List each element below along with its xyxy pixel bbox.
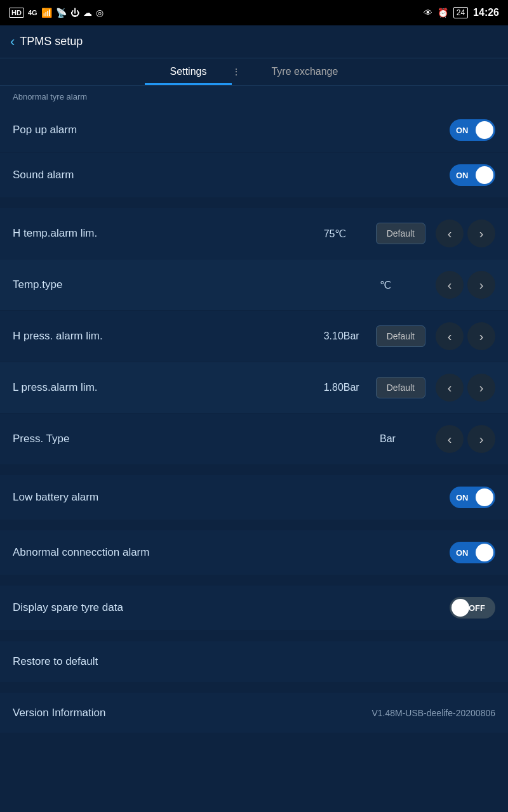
l-press-default-button[interactable]: Default: [376, 377, 425, 398]
eye-icon: 👁: [424, 8, 432, 18]
setting-row-spare-tyre: Display spare tyre data OFF: [0, 586, 508, 631]
sound-alarm-knob: [476, 166, 493, 184]
sound-alarm-toggle-container: ON: [450, 164, 495, 186]
sound-alarm-toggle-label: ON: [456, 171, 469, 180]
alarm-icon: ⏰: [438, 8, 448, 18]
tab-separator: ⋮: [232, 58, 246, 85]
setting-row-l-press: L press.alarm lim. 1.80Bar Default ‹ ›: [0, 362, 508, 414]
press-type-prev-button[interactable]: ‹: [436, 425, 464, 453]
separator-1: [0, 198, 508, 208]
separator-4: [0, 575, 508, 586]
page-title: TPMS setup: [20, 35, 83, 48]
status-bar: HD 4G 📶 📡 ⏻ ☁ ◎ 👁 ⏰ 24 14:26: [0, 0, 508, 25]
restore-label: Restore to default: [13, 655, 495, 668]
press-type-value: Bar: [380, 433, 424, 445]
low-battery-knob: [476, 488, 493, 506]
section-label-abnormal: Abnormal tyre alarm: [0, 86, 508, 108]
setting-row-version: Version Information V1.48M-USB-deelife-2…: [0, 693, 508, 733]
press-type-next-button[interactable]: ›: [467, 425, 495, 453]
h-temp-next-button[interactable]: ›: [467, 219, 495, 247]
l-press-prev-button[interactable]: ‹: [436, 374, 464, 402]
power-icon: ⏻: [70, 8, 79, 18]
top-bar: ‹ TPMS setup: [0, 25, 508, 58]
battery-indicator: 24: [453, 7, 468, 18]
sound-alarm-label: Sound alarm: [13, 169, 450, 181]
abnormal-connection-toggle-container: ON: [450, 542, 495, 563]
status-right: 👁 ⏰ 24 14:26: [424, 7, 499, 18]
spare-tyre-toggle[interactable]: OFF: [450, 597, 495, 619]
version-value: V1.48M-USB-deelife-20200806: [371, 708, 495, 718]
h-temp-default-button[interactable]: Default: [376, 223, 425, 244]
h-press-label: H press. alarm lim.: [13, 330, 324, 343]
back-button[interactable]: ‹: [10, 34, 15, 50]
l-press-next-button[interactable]: ›: [467, 374, 495, 402]
setting-row-h-temp: H temp.alarm lim. 75℃ Default ‹ ›: [0, 208, 508, 259]
h-temp-label: H temp.alarm lim.: [13, 227, 324, 240]
low-battery-toggle[interactable]: ON: [450, 487, 495, 508]
abnormal-connection-knob: [476, 544, 493, 561]
setting-row-restore[interactable]: Restore to default: [0, 641, 508, 683]
sound-alarm-toggle[interactable]: ON: [450, 164, 495, 186]
temp-type-label: Temp.type: [13, 278, 380, 291]
version-label: Version Information: [13, 707, 371, 719]
setting-row-sound-alarm: Sound alarm ON: [0, 153, 508, 198]
signal-icon: 📶: [41, 8, 52, 18]
setting-row-popup-alarm: Pop up alarm ON: [0, 108, 508, 153]
spare-tyre-knob: [451, 599, 469, 617]
setting-row-low-battery: Low battery alarm ON: [0, 475, 508, 520]
low-battery-toggle-label: ON: [456, 493, 469, 502]
hd-badge: HD: [9, 8, 24, 18]
tab-tyre-exchange[interactable]: Tyre exchange: [246, 58, 363, 85]
temp-type-prev-button[interactable]: ‹: [436, 271, 464, 299]
abnormal-connection-toggle-label: ON: [456, 548, 469, 558]
temp-type-next-button[interactable]: ›: [467, 271, 495, 299]
separator-3: [0, 520, 508, 530]
h-press-next-button[interactable]: ›: [467, 322, 495, 350]
popup-alarm-toggle-container: ON: [450, 119, 495, 141]
h-press-value: 3.10Bar: [324, 331, 368, 342]
abnormal-connection-label: Abnormal connecction alarm: [13, 546, 450, 559]
l-press-label: L press.alarm lim.: [13, 381, 324, 394]
setting-row-press-type: Press. Type Bar ‹ ›: [0, 414, 508, 465]
setting-row-temp-type: Temp.type ℃ ‹ ›: [0, 259, 508, 311]
setting-row-h-press: H press. alarm lim. 3.10Bar Default ‹ ›: [0, 311, 508, 362]
clock: 14:26: [473, 7, 499, 18]
separator-2: [0, 465, 508, 475]
popup-alarm-knob: [476, 121, 493, 139]
tabs-container: Settings ⋮ Tyre exchange: [0, 58, 508, 86]
setting-row-abnormal-connection: Abnormal connecction alarm ON: [0, 530, 508, 575]
spare-tyre-label: Display spare tyre data: [13, 601, 450, 614]
network-badge: 4G: [28, 9, 37, 16]
abnormal-connection-toggle[interactable]: ON: [450, 542, 495, 563]
temp-type-value: ℃: [380, 279, 424, 291]
cloud-icon: ☁: [83, 8, 92, 18]
h-press-prev-button[interactable]: ‹: [436, 322, 464, 350]
low-battery-toggle-container: ON: [450, 487, 495, 508]
separator-6: [0, 683, 508, 693]
wifi-icon: 📡: [56, 8, 67, 18]
popup-alarm-toggle[interactable]: ON: [450, 119, 495, 141]
popup-alarm-label: Pop up alarm: [13, 124, 450, 136]
tab-settings[interactable]: Settings: [145, 58, 232, 85]
settings-list: Pop up alarm ON Sound alarm ON H temp.al…: [0, 108, 508, 733]
h-temp-value: 75℃: [324, 228, 368, 240]
shield-icon: ◎: [96, 8, 104, 18]
h-temp-prev-button[interactable]: ‹: [436, 219, 464, 247]
popup-alarm-toggle-label: ON: [456, 126, 469, 135]
separator-5: [0, 631, 508, 641]
spare-tyre-toggle-label: OFF: [469, 603, 485, 613]
spare-tyre-toggle-container: OFF: [450, 597, 495, 619]
h-press-default-button[interactable]: Default: [376, 325, 425, 347]
press-type-label: Press. Type: [13, 433, 380, 445]
l-press-value: 1.80Bar: [324, 382, 368, 393]
low-battery-label: Low battery alarm: [13, 491, 450, 504]
status-left: HD 4G 📶 📡 ⏻ ☁ ◎: [9, 8, 104, 18]
